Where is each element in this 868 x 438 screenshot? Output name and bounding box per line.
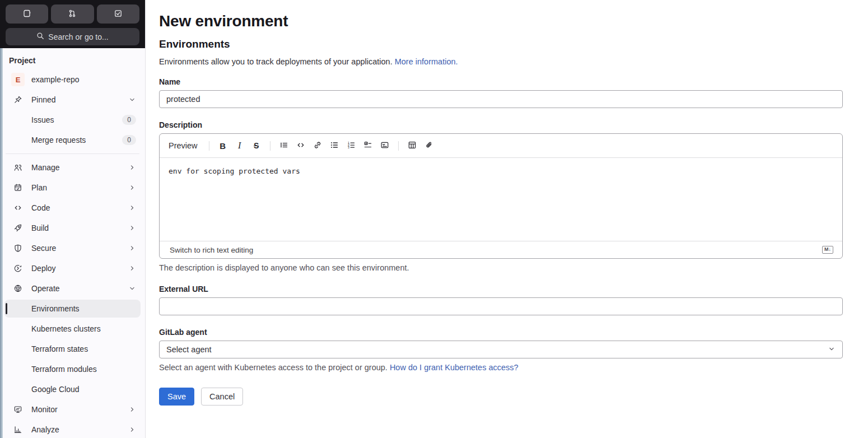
chevron-right-icon [128, 264, 136, 272]
task-list-button[interactable] [360, 138, 376, 153]
search-icon [36, 32, 44, 41]
table-icon [408, 141, 417, 151]
italic-button[interactable]: I [232, 138, 248, 153]
section-title: Environments [159, 38, 843, 50]
gitlab-agent-field-group: GitLab agent Select agent Select an agen… [159, 328, 843, 372]
sidebar-item-kubernetes-clusters[interactable]: Kubernetes clusters [4, 320, 141, 338]
agent-select[interactable]: Select agent [159, 341, 843, 358]
markdown-editor: Preview B I S [159, 133, 843, 259]
sidebar-item-monitor[interactable]: Monitor [4, 400, 141, 418]
merge-requests-count-badge: 0 [122, 135, 136, 145]
chevron-right-icon [128, 406, 136, 413]
more-information-link[interactable]: More information. [395, 57, 458, 66]
preview-button[interactable]: Preview [167, 138, 203, 153]
strikethrough-button[interactable]: S [249, 138, 264, 153]
search-input[interactable]: Search or go to... [6, 28, 139, 45]
project-section-label: Project [0, 56, 145, 65]
code-icon [296, 141, 305, 151]
sidebar-item-merge-requests[interactable]: Merge requests 0 [4, 131, 141, 149]
sidebar-item-operate[interactable]: Operate [4, 279, 141, 297]
chevron-right-icon [128, 204, 136, 212]
shield-icon [13, 244, 22, 253]
markdown-toolbar: Preview B I S [160, 134, 842, 158]
external-url-input[interactable] [159, 297, 843, 315]
merge-requests-shortcut-button[interactable] [51, 4, 94, 24]
description-textarea[interactable]: env for scoping protected vars [160, 158, 842, 241]
sidebar-divider [6, 153, 139, 154]
todo-check-icon [114, 9, 123, 20]
description-help-text: The description is displayed to anyone w… [159, 263, 843, 272]
sidebar-nav: Project E example-repo Pinned Issues 0 M… [0, 48, 145, 438]
editor-footer: Switch to rich text editing M↓ [160, 241, 842, 258]
sidebar-item-project[interactable]: E example-repo [4, 71, 141, 88]
form-actions: Save Cancel [159, 388, 843, 406]
toolbar-divider [398, 141, 399, 151]
issues-shortcut-button[interactable] [6, 4, 48, 24]
sidebar-item-secure[interactable]: Secure [4, 239, 141, 257]
sidebar: Search or go to... Project E example-rep… [0, 0, 146, 438]
agent-help-text: Select an agent with Kubernetes access t… [159, 363, 843, 372]
link-button[interactable] [310, 138, 325, 153]
agent-select-value: Select agent [166, 345, 212, 354]
bulleted-list-button[interactable] [326, 138, 342, 153]
numbered-list-button[interactable] [343, 138, 359, 153]
external-url-label: External URL [159, 285, 843, 293]
sidebar-item-environments[interactable]: Environments [4, 300, 141, 318]
sidebar-item-terraform-states[interactable]: Terraform states [4, 340, 141, 358]
sidebar-item-build[interactable]: Build [4, 219, 141, 237]
name-input[interactable] [159, 90, 843, 108]
page-title: New environment [159, 12, 843, 30]
sidebar-item-deploy[interactable]: Deploy [4, 259, 141, 277]
topbar: Search or go to... [0, 0, 145, 48]
deploy-icon [13, 264, 22, 273]
globe-icon [13, 284, 22, 293]
quote-icon [279, 141, 288, 151]
toolbar-divider [270, 141, 270, 151]
todo-shortcut-button[interactable] [97, 4, 139, 24]
numbered-list-icon [347, 141, 356, 151]
sidebar-item-code[interactable]: Code [4, 199, 141, 217]
description-label: Description [159, 120, 843, 129]
chevron-right-icon [128, 224, 136, 232]
sidebar-item-plan[interactable]: Plan [4, 179, 141, 197]
pin-icon [13, 95, 22, 104]
code-icon [13, 203, 22, 212]
sidebar-item-pinned[interactable]: Pinned [4, 91, 141, 109]
bold-button[interactable]: B [215, 138, 231, 153]
chevron-down-icon [128, 285, 136, 292]
chevron-right-icon [128, 184, 136, 192]
quote-button[interactable] [276, 138, 292, 153]
sidebar-item-issues[interactable]: Issues 0 [4, 111, 141, 129]
monitor-icon [13, 405, 22, 414]
markdown-icon: M↓ [822, 246, 833, 254]
search-placeholder: Search or go to... [48, 32, 108, 41]
project-name: example-repo [31, 75, 136, 84]
collapsible-section-button[interactable] [377, 138, 393, 153]
italic-icon: I [238, 141, 241, 151]
chevron-right-icon [128, 164, 136, 171]
sidebar-item-google-cloud[interactable]: Google Cloud [4, 380, 141, 398]
sidebar-item-manage[interactable]: Manage [4, 159, 141, 176]
chevron-down-icon [828, 345, 836, 355]
bold-icon: B [220, 141, 226, 151]
description-field-group: Description Preview B I S [159, 120, 843, 272]
issues-icon [22, 9, 31, 20]
save-button[interactable]: Save [159, 388, 194, 406]
task-list-icon [363, 141, 372, 151]
sidebar-item-terraform-modules[interactable]: Terraform modules [4, 360, 141, 378]
strikethrough-icon: S [254, 141, 259, 150]
main-content: New environment Environments Environment… [146, 0, 868, 438]
kubernetes-access-link[interactable]: How do I grant Kubernetes access? [390, 363, 519, 372]
sidebar-item-analyze[interactable]: Analyze [4, 421, 141, 438]
bar-chart-icon [13, 425, 22, 434]
bulleted-list-icon [330, 141, 339, 151]
switch-rich-text-button[interactable]: Switch to rich text editing [170, 246, 253, 254]
table-button[interactable] [404, 138, 420, 153]
attach-file-button[interactable] [421, 138, 437, 153]
name-field-group: Name [159, 77, 843, 108]
issues-count-badge: 0 [122, 115, 136, 125]
gitlab-agent-label: GitLab agent [159, 328, 843, 337]
intro-text: Environments allow you to track deployme… [159, 57, 843, 66]
code-button[interactable] [293, 138, 309, 153]
cancel-button[interactable]: Cancel [201, 388, 243, 406]
